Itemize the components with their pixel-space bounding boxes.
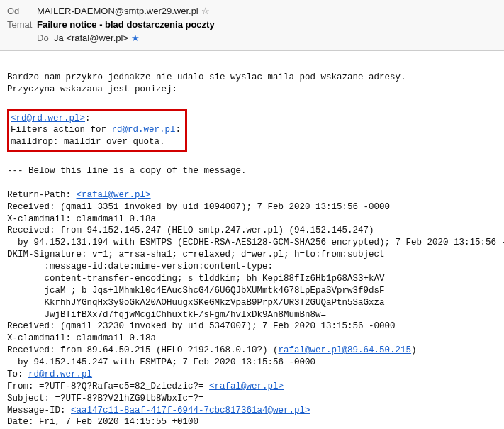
xclam-1: X-clamdmail: clamdmail 0.18a <box>7 214 156 224</box>
dkim-6: JwjBTifBXx7d7fqjwMcgiChhuxtkF/sFgm/hvlxD… <box>7 310 326 320</box>
to-value: Ja <rafal@wer.pl> <box>54 33 128 43</box>
xclam-2: X-clamdmail: clamdmail 0.18a <box>7 333 156 343</box>
dkim-1: DKIM-Signature: v=1; a=rsa-sha1; c=relax… <box>7 250 385 260</box>
message-id-link[interactable]: <aa147c11-8aaf-417f-6944-7cbc817361a4@we… <box>71 406 310 416</box>
message-header: Od MAILER-DAEMON@smtp.wer29.wer.pl ☆ Tem… <box>0 0 504 51</box>
subject-label: Temat <box>7 19 37 30</box>
dkim-5: KkrhhJYGnqHx3y9oGkA20AOHuugxSKeGMkzVpaB9… <box>7 298 385 308</box>
received-1: Received: (qmail 3351 invoked by uid 109… <box>7 202 390 212</box>
from-address-link[interactable]: <rafal@wer.pl> <box>209 381 284 391</box>
subject-value: Failure notice - blad dostarczenia poczt… <box>37 19 215 30</box>
error-highlight-box: <rd@rd.wer.pl>: Filters action for rd@rd… <box>7 109 187 152</box>
received-from-link[interactable]: rafal@wer.pl@89.64.50.215 <box>279 345 412 355</box>
received-2a: Received: from 94.152.145.247 (HELO smtp… <box>7 225 374 235</box>
error-reason: maildrop: maildir over quota. <box>11 137 165 147</box>
dkim-2: :message-id:date:mime-version:content-ty… <box>7 262 273 272</box>
from-label: Od <box>7 6 37 16</box>
to-address-link[interactable]: rd@rd.wer.pl <box>28 369 92 379</box>
to-label: Do <box>37 33 54 43</box>
intro-line-2: Przyczyna wskazana jest ponizej: <box>7 84 177 94</box>
star-filled-icon[interactable]: ★ <box>131 33 140 43</box>
dkim-4: jcaM=; b=Jqs+lMhmkl0c4EAucShcG4/6U6QJbXU… <box>7 286 385 296</box>
from-row: Od MAILER-DAEMON@smtp.wer29.wer.pl ☆ <box>7 4 497 18</box>
to-row: Do Ja <rafal@wer.pl> ★ <box>7 31 497 45</box>
star-icon[interactable]: ☆ <box>201 6 210 16</box>
error-filter-link[interactable]: rd@rd.wer.pl <box>112 125 176 135</box>
received-3: Received: (qmail 23230 invoked by uid 53… <box>7 321 396 331</box>
message-body: Bardzo nam przykro jednakze nie udalo si… <box>0 51 504 429</box>
dkim-3: content-transfer-encoding; s=tlddkim; bh… <box>7 274 385 284</box>
return-path-link[interactable]: <rafal@wer.pl> <box>77 190 151 200</box>
subject-row: Temat Failure notice - blad dostarczenia… <box>7 18 497 31</box>
raw-subject: Subject: =?UTF-8?B?V2lhZG9tb8WbxIc=?= <box>7 394 204 403</box>
received-2b: by 94.152.131.194 with ESMTPS (ECDHE-RSA… <box>7 238 504 247</box>
intro-line-1: Bardzo nam przykro jednakze nie udalo si… <box>7 72 406 82</box>
error-address-link[interactable]: <rd@rd.wer.pl> <box>11 113 85 123</box>
divider-line: --- Below this line is a copy of the mes… <box>7 166 247 176</box>
raw-date: Date: Fri, 7 Feb 2020 14:15:55 +0100 <box>7 417 198 427</box>
from-value: MAILER-DAEMON@smtp.wer29.wer.pl <box>37 6 198 16</box>
received-4b: by 94.152.145.247 with ESMTPA; 7 Feb 202… <box>7 357 315 367</box>
